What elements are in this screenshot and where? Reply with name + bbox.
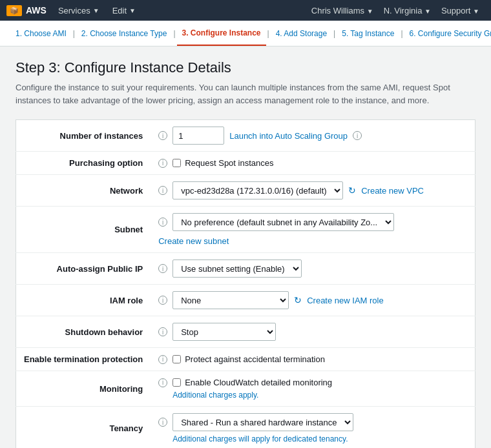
auto-scaling-info-icon[interactable]: i xyxy=(353,131,362,140)
configure-form: Number of instances i Launch into Auto S… xyxy=(16,119,475,448)
services-menu[interactable]: Services ▼ xyxy=(52,6,106,15)
tenancy-row: Tenancy i Shared - Run a shared hardware… xyxy=(16,407,475,449)
iam-role-value-cell: i None ↻ Create new IAM role xyxy=(158,291,467,309)
auto-assign-ip-select[interactable]: Use subnet setting (Enable) xyxy=(172,260,302,278)
tenancy-label: Tenancy xyxy=(16,407,151,449)
page-content: Step 3: Configure Instance Details Confi… xyxy=(0,46,491,448)
edit-menu[interactable]: Edit ▼ xyxy=(106,6,142,15)
termination-label: Enable termination protection xyxy=(16,348,151,371)
page-title: Step 3: Configure Instance Details xyxy=(16,59,475,76)
network-refresh-icon[interactable]: ↻ xyxy=(348,185,356,196)
subnet-row: Subnet i No preference (default subnet i… xyxy=(16,207,475,253)
shutdown-label: Shutdown behavior xyxy=(16,316,151,348)
auto-ip-info-icon[interactable]: i xyxy=(158,264,167,273)
tenancy-value-cell: i Shared - Run a shared hardware instanc… xyxy=(158,413,467,443)
purchasing-option-value-cell: i Request Spot instances xyxy=(158,158,467,168)
wizard-steps: 1. Choose AMI | 2. Choose Instance Type … xyxy=(0,21,491,46)
tenancy-select[interactable]: Shared - Run a shared hardware instance xyxy=(172,413,353,431)
tenancy-info-icon[interactable]: i xyxy=(158,418,167,427)
services-caret-icon: ▼ xyxy=(93,7,99,14)
auto-assign-ip-label: Auto-assign Public IP xyxy=(16,253,151,285)
step-5-tag-instance[interactable]: 5. Tag Instance xyxy=(337,21,399,46)
network-row: Network i vpc-ed23d28a (172.31.0.0/16) (… xyxy=(16,175,475,207)
monitoring-info-icon[interactable]: i xyxy=(158,378,167,387)
monitoring-checkbox-cell: i Enable CloudWatch detailed monitoring xyxy=(158,378,467,387)
termination-checkbox-label[interactable]: Protect against accidental termination xyxy=(172,354,325,364)
iam-info-icon[interactable]: i xyxy=(158,296,167,305)
edit-caret-icon: ▼ xyxy=(129,7,136,14)
monitoring-note: Additional charges apply. xyxy=(172,391,258,400)
shutdown-row: Shutdown behavior i Stop xyxy=(16,316,475,348)
create-iam-role-link[interactable]: Create new IAM role xyxy=(307,296,384,305)
subnet-info-icon[interactable]: i xyxy=(158,218,167,227)
shutdown-value-cell: i Stop xyxy=(158,323,467,341)
purchasing-option-label: Purchasing option xyxy=(16,152,151,175)
region-caret-icon: ▼ xyxy=(424,8,431,15)
monitoring-checkbox-label[interactable]: Enable CloudWatch detailed monitoring xyxy=(172,378,332,387)
auto-assign-ip-row: Auto-assign Public IP i Use subnet setti… xyxy=(16,253,475,285)
iam-refresh-icon[interactable]: ↻ xyxy=(294,295,302,305)
subnet-value-cell: i No preference (default subnet in any A… xyxy=(158,213,467,246)
aws-logo-badge: 📦 xyxy=(6,5,22,16)
network-value-cell: i vpc-ed23d28a (172.31.0.0/16) (default)… xyxy=(158,181,467,199)
shutdown-select[interactable]: Stop xyxy=(172,323,276,341)
purchasing-info-icon[interactable]: i xyxy=(158,159,167,168)
number-of-instances-row: Number of instances i Launch into Auto S… xyxy=(16,120,475,152)
page-description: Configure the instance to suit your requ… xyxy=(16,81,475,107)
termination-info-icon[interactable]: i xyxy=(158,355,167,364)
network-label: Network xyxy=(16,175,151,207)
iam-role-row: IAM role i None ↻ Create new IAM role xyxy=(16,285,475,316)
user-caret-icon: ▼ xyxy=(367,8,373,15)
step-2-instance-type[interactable]: 2. Choose Instance Type xyxy=(76,21,172,46)
spot-instances-checkbox-label[interactable]: Request Spot instances xyxy=(172,158,273,168)
monitoring-checkbox[interactable] xyxy=(172,378,181,387)
launch-auto-scaling-link[interactable]: Launch into Auto Scaling Group xyxy=(229,131,348,141)
monitoring-value-cell: i Enable CloudWatch detailed monitoring … xyxy=(158,378,467,400)
iam-role-select[interactable]: None xyxy=(172,291,289,309)
shutdown-info-icon[interactable]: i xyxy=(158,327,167,336)
step-3-configure-instance[interactable]: 3. Configure Instance xyxy=(177,21,266,46)
iam-role-label: IAM role xyxy=(16,285,151,316)
termination-checkbox[interactable] xyxy=(172,355,181,363)
monitoring-label: Monitoring xyxy=(16,371,151,407)
number-of-instances-label: Number of instances xyxy=(16,120,151,152)
aws-logo[interactable]: 📦 AWS xyxy=(6,5,47,16)
create-vpc-link[interactable]: Create new VPC xyxy=(361,186,424,196)
top-navigation: 📦 AWS Services ▼ Edit ▼ Chris Williams ▼… xyxy=(0,0,491,21)
step-1-choose-ami[interactable]: 1. Choose AMI xyxy=(10,21,72,46)
region-menu[interactable]: N. Virginia ▼ xyxy=(379,6,436,15)
network-info-icon[interactable]: i xyxy=(158,186,167,195)
create-subnet-link[interactable]: Create new subnet xyxy=(158,236,229,246)
network-select[interactable]: vpc-ed23d28a (172.31.0.0/16) (default) xyxy=(172,181,343,199)
user-menu[interactable]: Chris Williams ▼ xyxy=(306,6,379,15)
number-of-instances-input[interactable] xyxy=(172,127,224,145)
support-menu[interactable]: Support ▼ xyxy=(436,6,485,15)
subnet-label: Subnet xyxy=(16,207,151,253)
auto-assign-ip-value-cell: i Use subnet setting (Enable) xyxy=(158,260,467,278)
termination-value-cell: i Protect against accidental termination xyxy=(158,354,467,364)
monitoring-row: Monitoring i Enable CloudWatch detailed … xyxy=(16,371,475,407)
step-4-add-storage[interactable]: 4. Add Storage xyxy=(271,21,332,46)
termination-row: Enable termination protection i Protect … xyxy=(16,348,475,371)
number-of-instances-value-cell: i Launch into Auto Scaling Group i xyxy=(158,127,467,145)
support-caret-icon: ▼ xyxy=(473,8,479,15)
number-info-icon[interactable]: i xyxy=(158,131,167,140)
tenancy-note: Additional charges will apply for dedica… xyxy=(172,434,348,443)
step-6-security-group[interactable]: 6. Configure Security Group xyxy=(404,21,492,46)
purchasing-option-row: Purchasing option i Request Spot instanc… xyxy=(16,152,475,175)
spot-instances-checkbox[interactable] xyxy=(172,159,181,167)
aws-brand: AWS xyxy=(26,5,47,15)
subnet-select[interactable]: No preference (default subnet in any Ava… xyxy=(172,213,394,231)
